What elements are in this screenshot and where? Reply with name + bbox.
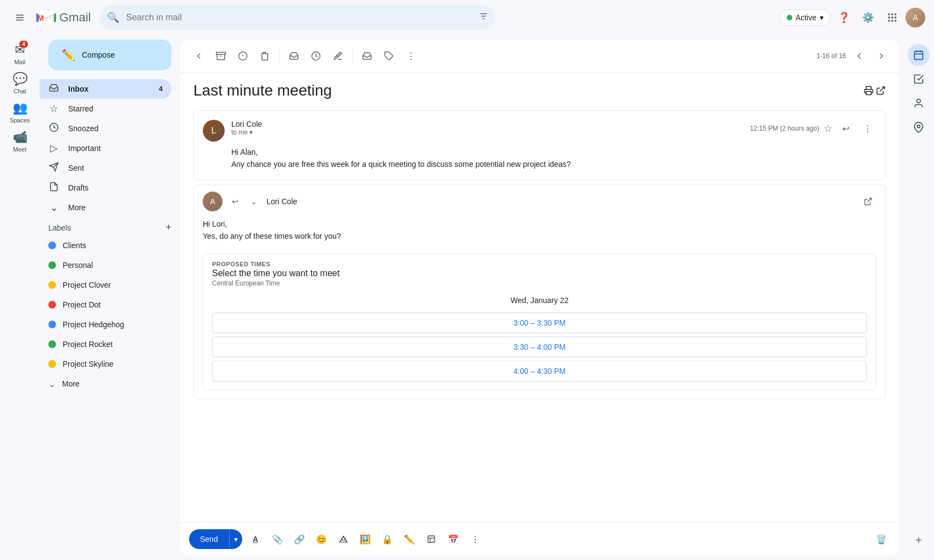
svg-rect-27 xyxy=(866,92,871,95)
compose-button[interactable]: ✏️ Compose xyxy=(48,40,171,70)
pagination-next[interactable] xyxy=(872,47,890,65)
archive-button[interactable] xyxy=(211,46,231,66)
move-to-button[interactable] xyxy=(357,46,377,66)
attach-button[interactable]: 📎 xyxy=(269,530,286,548)
pagination-text: 1-16 of 16 xyxy=(816,52,846,60)
nav-inbox[interactable]: Inbox 4 xyxy=(40,79,171,99)
snooze-button[interactable] xyxy=(306,46,326,66)
help-icon[interactable]: ❓ xyxy=(833,7,855,29)
apps-icon[interactable] xyxy=(881,7,903,29)
reply-action-back[interactable]: ↩ xyxy=(227,193,243,210)
inbox-badge: 4 xyxy=(159,85,163,93)
label-personal[interactable]: Personal xyxy=(40,255,171,275)
label-more-text: More xyxy=(62,379,80,388)
photo-button[interactable]: 🖼️ xyxy=(357,530,374,548)
more-nav-label: More xyxy=(68,203,163,212)
gmail-logo-text: Gmail xyxy=(59,10,91,25)
svg-rect-11 xyxy=(888,16,890,18)
nav-more[interactable]: ⌄ More xyxy=(40,198,171,217)
send-dropdown-button[interactable]: ▾ xyxy=(229,529,242,549)
label-clients[interactable]: Clients xyxy=(40,236,171,255)
nav-sent[interactable]: Sent xyxy=(40,158,171,178)
right-maps-button[interactable] xyxy=(908,116,930,138)
star-button-1[interactable]: ☆ xyxy=(824,122,832,135)
right-sidebar-bottom: + xyxy=(908,525,930,556)
emoji-button[interactable]: 😊 xyxy=(313,530,330,548)
proposed-header: PROPOSED TIMES Select the time you want … xyxy=(203,254,876,289)
delete-toolbar-button[interactable] xyxy=(255,46,275,66)
more-compose-button[interactable]: ⋮ xyxy=(466,530,484,548)
nav-important[interactable]: ▷ Important xyxy=(40,138,171,158)
label-project-hedgehog[interactable]: Project Hedgehog xyxy=(40,315,171,334)
starred-label: Starred xyxy=(68,104,163,113)
label-more-labels[interactable]: ⌄ More xyxy=(40,374,171,394)
sent-icon xyxy=(48,162,59,175)
label-button[interactable] xyxy=(379,46,399,66)
right-contacts-button[interactable] xyxy=(908,92,930,114)
add-label-icon[interactable]: + xyxy=(165,222,171,233)
svg-rect-20 xyxy=(216,52,226,54)
lnav-meet[interactable]: 📹 Meet xyxy=(2,127,37,156)
search-input[interactable] xyxy=(99,5,495,30)
message-to-1: to me ▾ xyxy=(231,128,743,136)
svg-point-41 xyxy=(918,125,920,128)
lnav-chat[interactable]: 💬 Chat xyxy=(2,69,37,98)
pagination-prev[interactable] xyxy=(850,47,868,65)
proposed-bottom-spacer xyxy=(203,385,876,389)
project-clover-dot xyxy=(48,281,56,289)
meet-icon: 📹 xyxy=(13,130,27,144)
lock-button[interactable]: 🔒 xyxy=(379,530,396,548)
reply-button-1[interactable]: ↩ xyxy=(837,120,854,137)
important-label: Important xyxy=(68,144,163,153)
nav-starred[interactable]: ☆ Starred xyxy=(40,99,171,119)
nav-snoozed[interactable]: Snoozed xyxy=(40,119,171,138)
label-project-clover[interactable]: Project Clover xyxy=(40,275,171,295)
text-format-button[interactable]: A xyxy=(247,530,264,548)
back-button[interactable] xyxy=(189,46,209,66)
time-slot-2[interactable]: 3:30 – 4:00 PM xyxy=(212,337,867,357)
lnav-meet-label: Meet xyxy=(13,146,26,153)
time-slot-1[interactable]: 3:00 – 3:30 PM xyxy=(212,312,867,333)
label-project-dot-text: Project Dot xyxy=(63,300,101,309)
signature-button[interactable]: ✏️ xyxy=(401,530,418,548)
drive-button[interactable] xyxy=(335,530,352,548)
print-button[interactable] xyxy=(864,82,874,99)
label-project-rocket[interactable]: Project Rocket xyxy=(40,334,171,354)
thread-title-actions xyxy=(864,82,886,99)
open-in-new-button[interactable] xyxy=(876,82,886,99)
label-project-skyline[interactable]: Project Skyline xyxy=(40,354,171,374)
layout-button[interactable] xyxy=(422,530,440,548)
menu-icon[interactable] xyxy=(9,7,31,29)
avatar[interactable]: A xyxy=(905,8,925,27)
message-body-line2: Any chance you are free this week for a … xyxy=(231,158,876,170)
project-hedgehog-dot xyxy=(48,321,56,328)
send-button[interactable]: Send xyxy=(189,529,229,549)
right-expand-button[interactable]: + xyxy=(908,529,930,551)
svg-rect-8 xyxy=(888,14,890,15)
mark-unread-button[interactable] xyxy=(284,46,304,66)
svg-rect-15 xyxy=(891,20,893,21)
search-filter-icon[interactable] xyxy=(479,12,488,24)
more-message-button-1[interactable]: ⋮ xyxy=(859,120,876,137)
label-personal-text: Personal xyxy=(63,261,93,270)
topbar: M Gmail 🔍 Active ▾ ❓ ⚙️ xyxy=(0,0,934,35)
reply-expand-button[interactable] xyxy=(860,193,876,210)
lnav-mail[interactable]: ✉ 4 Mail xyxy=(2,40,37,69)
task-button[interactable] xyxy=(328,46,348,66)
more-toolbar-button[interactable]: ⋮ xyxy=(401,46,421,66)
link-button[interactable]: 🔗 xyxy=(291,530,308,548)
right-tasks-button[interactable] xyxy=(908,68,930,90)
calendar-compose-button[interactable]: 📅 xyxy=(444,530,462,548)
right-calendar-button[interactable] xyxy=(908,44,930,66)
nav-drafts[interactable]: Drafts xyxy=(40,178,171,198)
reply-action-expand[interactable]: ⌄ xyxy=(246,193,262,210)
time-slot-3[interactable]: 4:00 – 4:30 PM xyxy=(212,361,867,382)
lnav-spaces[interactable]: 👥 Spaces xyxy=(2,98,37,127)
search-icon: 🔍 xyxy=(107,12,119,24)
discard-button[interactable]: 🗑️ xyxy=(872,530,890,548)
spam-button[interactable] xyxy=(233,46,253,66)
settings-icon[interactable]: ⚙️ xyxy=(857,7,879,29)
label-clients-text: Clients xyxy=(63,241,86,250)
active-status-button[interactable]: Active ▾ xyxy=(780,9,831,26)
label-project-dot[interactable]: Project Dot xyxy=(40,295,171,315)
